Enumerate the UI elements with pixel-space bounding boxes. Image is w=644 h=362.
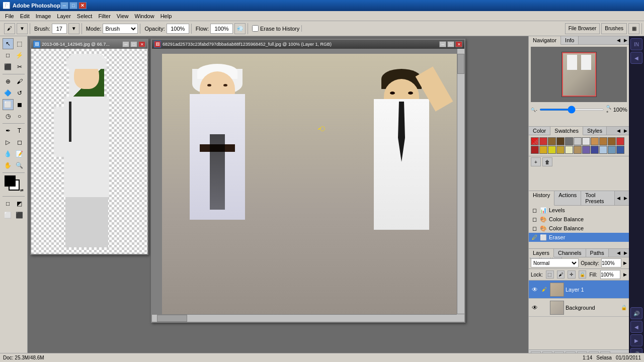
doc2-minimize[interactable]: ─: [439, 41, 446, 47]
chrome-btn-2[interactable]: ◀: [630, 52, 642, 64]
erase-to-history-checkbox[interactable]: [252, 25, 259, 32]
swatch-22[interactable]: [616, 146, 624, 154]
scroll-thumb-h[interactable]: [157, 315, 187, 322]
chrome-btn-sound[interactable]: 🔊: [630, 307, 642, 319]
brush-tool[interactable]: 🖌: [14, 76, 25, 87]
swatch-4[interactable]: [556, 137, 565, 145]
layers-close[interactable]: ▶: [622, 249, 629, 256]
brush-size-input[interactable]: [52, 24, 67, 34]
doc1-minimize[interactable]: ─: [122, 41, 129, 47]
swatch-12[interactable]: [531, 146, 539, 154]
navigator-minimize[interactable]: ◀: [615, 37, 622, 44]
tab-swatches[interactable]: Swatches: [550, 127, 583, 135]
marquee-tool[interactable]: □: [3, 50, 14, 61]
doc2-restore[interactable]: □: [447, 41, 454, 47]
doc2-scrollbar-v[interactable]: [457, 49, 464, 314]
tab-info[interactable]: Info: [561, 36, 579, 44]
menu-view[interactable]: View: [114, 12, 132, 20]
doc2-scrollbar-h[interactable]: [152, 314, 457, 322]
file-browser-button[interactable]: File Browser: [565, 23, 600, 34]
brushes-button[interactable]: Brushes: [601, 23, 627, 34]
stamp-tool[interactable]: 🔷: [3, 87, 14, 99]
history-close[interactable]: ▶: [622, 195, 629, 202]
pen-tool[interactable]: ✒: [3, 125, 14, 136]
menu-select[interactable]: Select: [74, 12, 96, 20]
history-item-2[interactable]: ◻ 🎨 Color Balance: [529, 224, 629, 233]
magic-wand-tool[interactable]: ⚡: [14, 50, 25, 61]
layer-item-1[interactable]: 👁 Background 🔒: [529, 299, 629, 317]
opacity-input[interactable]: [167, 24, 189, 34]
tab-navigator[interactable]: Navigator: [529, 36, 561, 45]
zoom-tool[interactable]: 🔍: [14, 160, 25, 171]
swatches-minimize[interactable]: ◀: [615, 127, 622, 134]
scroll-thumb-v[interactable]: [457, 54, 464, 74]
zoom-out-icon[interactable]: 🔍-: [531, 108, 537, 112]
swatch-11[interactable]: [616, 137, 624, 145]
doc1-close[interactable]: ✕: [138, 41, 145, 47]
layer-eye-0[interactable]: 👁: [531, 286, 539, 294]
flow-input[interactable]: [210, 24, 233, 34]
menu-window[interactable]: Window: [132, 12, 157, 20]
fullscreen-icon[interactable]: ⬛: [14, 210, 25, 221]
history-minimize[interactable]: ◀: [615, 195, 622, 202]
swatch-2[interactable]: [539, 137, 547, 145]
blur-tool[interactable]: ◷: [3, 111, 14, 122]
dodge-tool[interactable]: ○: [14, 111, 25, 122]
brush-dropdown[interactable]: ▼: [68, 23, 79, 34]
swatch-14[interactable]: [548, 146, 556, 154]
menu-file[interactable]: File: [2, 12, 17, 20]
tab-styles[interactable]: Styles: [583, 127, 607, 135]
chrome-btn-right[interactable]: ▶: [630, 334, 642, 346]
blend-mode-select[interactable]: Normal: [531, 258, 579, 267]
healing-brush-tool[interactable]: ⊕: [3, 76, 14, 87]
swatches-close[interactable]: ▶: [622, 127, 629, 134]
doc2-close[interactable]: ✕: [455, 41, 462, 47]
swatch-17[interactable]: [574, 146, 582, 154]
menu-filter[interactable]: Filter: [95, 12, 113, 20]
color-picker[interactable]: ⇄: [4, 174, 24, 193]
swap-colors-icon[interactable]: ⇄: [20, 188, 24, 193]
close-button[interactable]: ✕: [78, 2, 87, 9]
layers-minimize[interactable]: ◀: [615, 249, 622, 256]
fill-arrow[interactable]: ▶: [623, 272, 627, 277]
swatch-8[interactable]: [591, 137, 599, 145]
standard-view-icon[interactable]: ⬜: [3, 210, 14, 221]
swatch-7[interactable]: [582, 137, 590, 145]
tab-channels[interactable]: Channels: [554, 249, 586, 257]
swatch-16[interactable]: [565, 146, 573, 154]
swatch-delete[interactable]: 🗑: [542, 157, 552, 166]
history-item-1[interactable]: ◻ 🎨 Color Balance: [529, 215, 629, 224]
lock-image-icon[interactable]: 🖌: [557, 270, 565, 279]
text-tool[interactable]: T: [14, 125, 25, 136]
erase-to-history-label[interactable]: Erase to History: [252, 25, 299, 32]
lock-all-icon[interactable]: 🔒: [579, 270, 587, 279]
tab-actions[interactable]: Actions: [554, 191, 581, 205]
opacity-arrow[interactable]: ▶: [623, 260, 627, 265]
swatch-10[interactable]: [608, 137, 616, 145]
swatch-new[interactable]: +: [531, 157, 541, 166]
crop-tool[interactable]: ⬛: [3, 61, 14, 72]
history-item-3[interactable]: 🖊 ⬜ Eraser: [529, 233, 629, 242]
swatch-18[interactable]: [582, 146, 590, 154]
swatch-19[interactable]: [591, 146, 599, 154]
swatch-6[interactable]: [574, 137, 582, 145]
lock-position-icon[interactable]: ✛: [568, 270, 576, 279]
brush-tool-icon[interactable]: 🖌: [4, 23, 15, 34]
history-item-0[interactable]: ◻ 📊 Levels: [529, 206, 629, 215]
lock-transparent-icon[interactable]: ⬚: [546, 270, 554, 279]
layer-item-0[interactable]: 👁 🖌 Layer 1: [529, 281, 629, 299]
mode-select[interactable]: Brush: [103, 24, 138, 34]
shape-tool[interactable]: ◻: [14, 137, 25, 148]
chrome-btn-down[interactable]: ◀: [630, 321, 642, 333]
gradient-tool[interactable]: ◼: [14, 99, 25, 110]
zoom-in-icon[interactable]: 🔍+: [606, 105, 611, 114]
opacity-value[interactable]: [601, 258, 621, 267]
path-selection-tool[interactable]: ▷: [3, 137, 14, 148]
menu-layer[interactable]: Layer: [54, 12, 74, 20]
fill-value[interactable]: [600, 270, 620, 279]
swatch-13[interactable]: [539, 146, 547, 154]
swatch-1[interactable]: [531, 137, 539, 145]
swatch-15[interactable]: [556, 146, 565, 154]
chrome-btn-1[interactable]: IN: [630, 38, 642, 50]
doc1-maximize[interactable]: □: [130, 41, 137, 47]
